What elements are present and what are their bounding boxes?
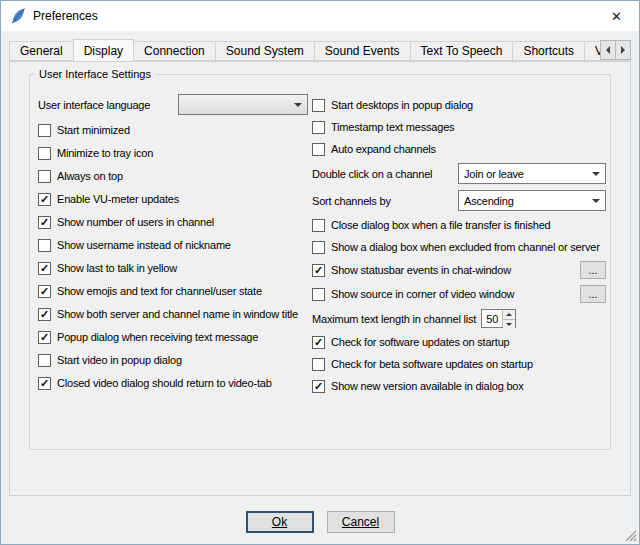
tab-bar: General Display Connection Sound System … [9,38,631,61]
double-click-combobox[interactable]: Join or leave [458,163,606,184]
checkbox-label: Close dialog box when a file transfer is… [331,219,551,231]
checkbox-label: Start video in popup dialog [57,354,182,366]
combobox-value: Join or leave [464,168,585,180]
language-label: User interface language [38,99,178,111]
checkbox-popup-dialog-text-message[interactable]: ✓ Popup dialog when receiving text messa… [38,329,308,345]
cancel-button[interactable]: Cancel [327,511,395,533]
down-arrow-icon [506,323,512,329]
checkbox-close-dialog-file-transfer[interactable]: Close dialog box when a file transfer is… [312,217,606,233]
checkbox-start-desktops-in-popup[interactable]: Start desktops in popup dialog [312,97,606,113]
checkbox-icon: ✓ [38,262,51,275]
checkbox-show-last-to-talk[interactable]: ✓ Show last to talk in yellow [38,260,308,276]
tab-sound-events[interactable]: Sound Events [314,41,411,61]
ok-button[interactable]: Ok [246,511,314,533]
checkbox-start-video-in-popup[interactable]: Start video in popup dialog [38,352,308,368]
checkbox-show-dialog-when-excluded[interactable]: Show a dialog box when excluded from cha… [312,239,606,255]
tab-scroll-right-button[interactable] [615,40,631,60]
checkbox-show-server-and-channel-in-title[interactable]: ✓ Show both server and channel name in w… [38,306,308,322]
checkbox-check-updates-startup[interactable]: ✓ Check for software updates on startup [312,334,606,350]
checkbox-show-number-of-users[interactable]: ✓ Show number of users in channel [38,214,308,230]
checkbox-icon[interactable] [312,288,325,301]
video-source-more-button[interactable]: ... [580,285,606,303]
checkbox-enable-vu-meter-updates[interactable]: ✓ Enable VU-meter updates [38,191,308,207]
checkbox-show-username-instead-of-nickname[interactable]: Show username instead of nickname [38,237,308,253]
checkbox-icon: ✓ [312,336,325,349]
up-arrow-icon [506,310,512,316]
checkbox-always-on-top[interactable]: Always on top [38,168,308,184]
language-combobox[interactable] [178,94,308,115]
checkbox-label: Show emojis and text for channel/user st… [57,285,262,297]
chevron-down-icon [289,96,306,113]
combobox-value: Ascending [464,195,585,207]
checkbox-label: Enable VU-meter updates [57,193,179,205]
checkbox-minimize-to-tray-icon[interactable]: Minimize to tray icon [38,145,308,161]
spin-up-button[interactable] [503,310,515,320]
checkbox-icon: ✓ [38,331,51,344]
close-button[interactable]: ✕ [594,1,639,31]
spin-down-button[interactable] [503,320,515,329]
checkbox-label: Always on top [57,170,123,182]
checkbox-label: Show source in corner of video window [331,288,514,300]
checkbox-check-beta-updates-startup[interactable]: Check for beta software updates on start… [312,356,606,372]
max-text-length-spinner[interactable]: 50 [481,309,516,328]
chevron-down-icon [587,165,604,182]
double-click-on-channel-row: Double click on a channel Join or leave [312,163,606,184]
spinner-buttons [502,310,515,327]
tab-display[interactable]: Display [73,39,134,61]
checkbox-icon [312,219,325,232]
tab-connection[interactable]: Connection [133,41,216,61]
checkbox-label: Show statusbar events in chat-window [331,264,511,276]
checkbox-closed-video-return-video-tab[interactable]: ✓ Closed video dialog should return to v… [38,375,308,391]
checkbox-label: Timestamp text messages [331,121,454,133]
group-title: User Interface Settings [36,68,154,80]
checkbox-label: Popup dialog when receiving text message [57,331,258,343]
cancel-button-label: Cancel [342,515,379,529]
checkbox-icon: ✓ [38,193,51,206]
sort-channels-label: Sort channels by [312,195,458,207]
checkbox-icon [38,239,51,252]
checkbox-label: Minimize to tray icon [57,147,153,159]
chevron-down-icon [587,192,604,209]
checkbox-icon [312,99,325,112]
double-click-label: Double click on a channel [312,168,458,180]
checkbox-icon [38,354,51,367]
tab-scroll-buttons [600,40,631,60]
tab-sound-system[interactable]: Sound System [215,41,315,61]
checkbox-show-emojis-and-text[interactable]: ✓ Show emojis and text for channel/user … [38,283,308,299]
checkbox-label: Show a dialog box when excluded from cha… [331,241,600,253]
checkbox-icon[interactable]: ✓ [312,264,325,277]
checkbox-icon [312,143,325,156]
right-arrow-icon [621,46,629,54]
checkbox-icon: ✓ [38,377,51,390]
checkbox-timestamp-text-messages[interactable]: Timestamp text messages [312,119,606,135]
checkbox-icon [38,170,51,183]
sort-channels-combobox[interactable]: Ascending [458,190,606,211]
tab-general[interactable]: General [9,41,74,61]
checkbox-icon: ✓ [312,380,325,393]
checkbox-label: Closed video dialog should return to vid… [57,377,272,389]
group-user-interface-settings: User Interface Settings User interface l… [29,68,611,450]
right-column: Start desktops in popup dialog Timestamp… [312,97,606,394]
checkbox-icon [312,241,325,254]
left-column: User interface language Start minimized … [38,94,308,391]
checkbox-auto-expand-channels[interactable]: Auto expand channels [312,141,606,157]
checkbox-label: Start desktops in popup dialog [331,99,473,111]
language-row: User interface language [38,94,308,115]
ok-button-label: Ok [272,515,287,529]
checkbox-start-minimized[interactable]: Start minimized [38,122,308,138]
left-arrow-icon [602,46,610,54]
tab-scroll-left-button[interactable] [600,40,616,60]
tab-shortcuts[interactable]: Shortcuts [512,41,585,61]
app-icon [9,7,27,25]
statusbar-events-more-button[interactable]: ... [580,261,606,279]
checkbox-icon [38,147,51,160]
sort-channels-by-row: Sort channels by Ascending [312,190,606,211]
checkbox-icon [312,121,325,134]
checkbox-icon: ✓ [38,216,51,229]
preferences-window: Preferences ✕ General Display Connection… [0,0,640,545]
title-bar[interactable]: Preferences ✕ [1,1,639,31]
checkbox-label: Check for beta software updates on start… [331,358,533,370]
spinner-value: 50 [482,310,502,327]
tab-text-to-speech[interactable]: Text To Speech [410,41,514,61]
checkbox-show-new-version-dialog[interactable]: ✓ Show new version available in dialog b… [312,378,606,394]
